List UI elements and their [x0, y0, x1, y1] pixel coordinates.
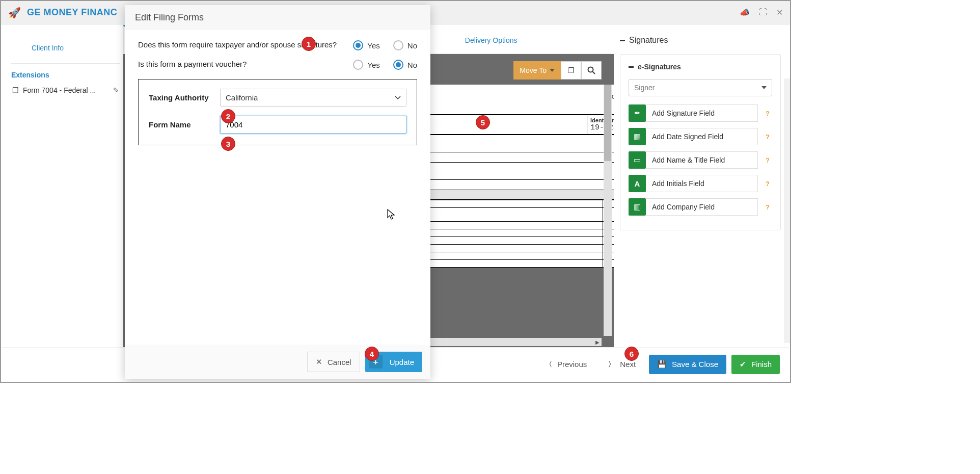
taxing-authority-select[interactable]: California: [220, 89, 406, 107]
question-voucher: Is this form a payment voucher?: [138, 60, 353, 68]
callout-6: 6: [624, 347, 639, 361]
chevron-down-icon: [550, 69, 555, 72]
callout-1: 1: [302, 37, 316, 51]
save-icon: 💾: [657, 360, 667, 369]
sig-btn-label: Add Name & Title Field: [646, 151, 758, 169]
collapse-icon: [620, 40, 625, 41]
modal-title: Edit Filing Forms: [125, 5, 430, 30]
copy-button[interactable]: ❐: [561, 61, 581, 80]
check-icon: ✔: [740, 360, 746, 369]
rocket-icon: 🚀: [8, 7, 21, 19]
fullscreen-icon[interactable]: ⛶: [759, 8, 767, 17]
yes-label: Yes: [367, 41, 379, 50]
esignatures-label: e-Signatures: [638, 63, 681, 71]
add-company-button[interactable]: ▥ Add Company Field ?: [629, 198, 772, 216]
building-icon: ▥: [629, 198, 646, 216]
extension-item-label: Form 7004 - Federal ...: [23, 86, 96, 94]
extensions-section-label: Extensions: [11, 64, 120, 83]
finish-label: Finish: [751, 360, 772, 368]
taxing-authority-label: Taxing Authority: [149, 93, 220, 102]
move-to-label: Move To: [520, 66, 547, 74]
chevron-down-icon: [395, 96, 401, 100]
letter-a-icon: A: [629, 175, 646, 192]
viewer-toolbar: Move To ❐: [513, 61, 602, 80]
next-label: Next: [620, 360, 636, 368]
no-label: No: [407, 61, 417, 69]
help-icon[interactable]: ?: [763, 109, 772, 118]
radio-q1-no[interactable]: [393, 40, 403, 50]
sig-btn-label: Add Date Signed Field: [646, 128, 758, 145]
move-to-button[interactable]: Move To: [513, 61, 561, 80]
vertical-scrollbar[interactable]: [604, 85, 612, 336]
calendar-icon: ▦: [629, 128, 646, 145]
chevron-right-icon: 〉: [608, 360, 615, 369]
radio-q2-yes[interactable]: [353, 60, 363, 70]
question-signatures: Does this form require taxpayer and/or s…: [138, 40, 353, 49]
no-label: No: [407, 41, 417, 50]
cursor-icon: [387, 209, 396, 223]
help-icon[interactable]: ?: [763, 132, 772, 141]
chevron-left-icon: 〈: [546, 360, 552, 369]
signatures-label: Signatures: [629, 36, 668, 45]
radio-q2-no[interactable]: [393, 60, 403, 70]
add-initials-button[interactable]: A Add Initials Field ?: [629, 175, 772, 192]
page-title: GE MONEY FINANC: [27, 7, 117, 18]
callout-4: 4: [365, 347, 379, 361]
esignatures-panel: e-Signatures Signer ✒ Add Signature Fiel…: [620, 54, 781, 230]
finish-button[interactable]: ✔ Finish: [731, 355, 780, 374]
add-date-signed-button[interactable]: ▦ Add Date Signed Field ?: [629, 128, 772, 145]
form-name-label: Form Name: [149, 120, 220, 129]
taxing-authority-value: California: [226, 93, 258, 102]
collapse-icon: [629, 66, 634, 68]
tab-client-info[interactable]: Client Info: [11, 33, 84, 63]
svg-point-0: [588, 67, 593, 72]
callout-2: 2: [221, 109, 235, 123]
signer-select[interactable]: Signer: [629, 79, 772, 96]
edit-filing-forms-modal: Edit Filing Forms Does this form require…: [125, 5, 430, 379]
sig-btn-label: Add Signature Field: [646, 104, 758, 122]
edit-icon[interactable]: ✎: [113, 86, 119, 94]
signer-placeholder: Signer: [634, 84, 655, 92]
cancel-label: Cancel: [328, 358, 351, 366]
document-icon: ❐: [12, 86, 19, 94]
help-icon[interactable]: ?: [763, 155, 772, 165]
help-icon[interactable]: ?: [763, 202, 772, 212]
update-label: Update: [390, 358, 414, 366]
tab-delivery-options[interactable]: Delivery Options: [447, 25, 536, 54]
previous-button[interactable]: 〈 Previous: [537, 355, 595, 374]
close-icon[interactable]: ✕: [776, 8, 783, 17]
search-button[interactable]: [581, 61, 602, 80]
right-column: Signatures e-Signatures Signer ✒ Add Sig…: [614, 24, 790, 348]
sig-btn-label: Add Initials Field: [646, 175, 758, 192]
left-column: Client Info Extensions ❐ Form 7004 - Fed…: [1, 24, 123, 348]
topbar-actions: 📣 ⛶ ✕: [740, 8, 783, 17]
id-card-icon: ▭: [629, 151, 646, 169]
save-close-button[interactable]: 💾 Save & Close: [649, 355, 726, 374]
add-name-title-button[interactable]: ▭ Add Name & Title Field ?: [629, 151, 772, 169]
search-icon: [587, 66, 595, 74]
radio-q1-yes[interactable]: [353, 40, 363, 50]
page-scrollbar[interactable]: [784, 78, 790, 343]
form-name-input[interactable]: [220, 116, 406, 134]
cancel-button[interactable]: ✕ Cancel: [307, 352, 360, 372]
callout-3: 3: [221, 137, 235, 151]
callout-5: 5: [476, 115, 490, 129]
help-icon[interactable]: ?: [763, 179, 772, 188]
close-icon: ✕: [316, 357, 322, 366]
sig-btn-label: Add Company Field: [646, 198, 758, 216]
form-details-box: Taxing Authority California Form Name: [138, 79, 417, 145]
previous-label: Previous: [557, 360, 587, 368]
announcements-icon[interactable]: 📣: [740, 8, 750, 17]
chevron-down-icon: [761, 86, 767, 89]
save-close-label: Save & Close: [672, 360, 718, 368]
signature-icon: ✒: [629, 104, 646, 122]
svg-line-1: [593, 72, 595, 74]
esignatures-header[interactable]: e-Signatures: [629, 63, 772, 71]
add-signature-field-button[interactable]: ✒ Add Signature Field ?: [629, 104, 772, 122]
signatures-header[interactable]: Signatures: [620, 33, 781, 48]
yes-label: Yes: [367, 61, 379, 69]
extension-item[interactable]: ❐ Form 7004 - Federal ... ✎: [11, 83, 120, 97]
